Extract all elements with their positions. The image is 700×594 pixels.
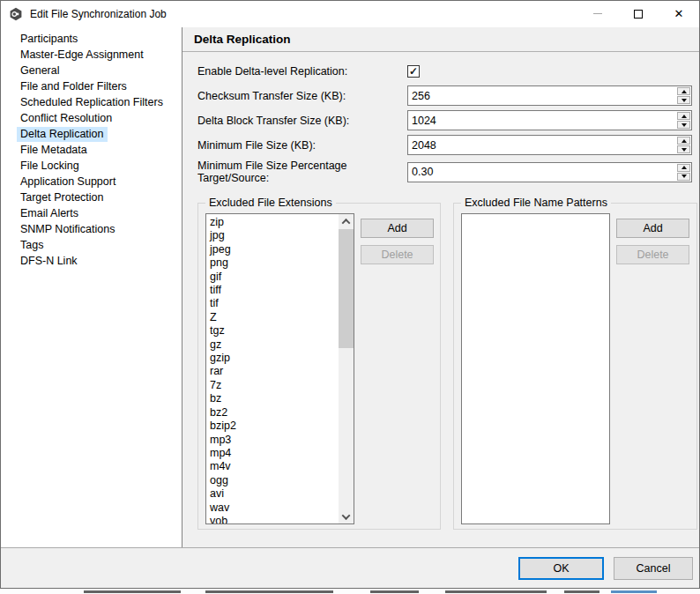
list-item[interactable]: mp4: [210, 447, 339, 460]
sidebar-item-master-edge-assignment[interactable]: Master-Edge Assignment: [1, 47, 182, 63]
maximize-icon: [634, 10, 643, 19]
sidebar-item-conflict-resolution[interactable]: Conflict Resolution: [1, 110, 182, 126]
chevron-up-icon: [342, 218, 351, 226]
minimum-pct-label: Minimum File Size Percentage Target/Sour…: [197, 160, 407, 184]
enable-delta-label: Enable Delta-level Replication:: [197, 65, 407, 78]
spin-down-button[interactable]: [677, 145, 690, 153]
minimum-pct-input[interactable]: [408, 163, 676, 182]
sidebar-item-general[interactable]: General: [1, 63, 182, 78]
scrollbar-thumb[interactable]: [339, 229, 354, 348]
list-item[interactable]: gzip: [210, 352, 339, 365]
delta-block-size-label: Delta Block Transfer Size (KB):: [197, 115, 407, 127]
sidebar-item-file-locking[interactable]: File Locking: [1, 158, 182, 174]
spin-down-icon: [681, 99, 687, 102]
sidebar-item-file-metadata[interactable]: File Metadata: [1, 142, 182, 158]
excluded-extensions-list[interactable]: zip jpg jpeg png gif tiff tif Z tgz gz: [205, 213, 354, 524]
chevron-down-icon: [342, 511, 351, 520]
sidebar-item-target-protection[interactable]: Target Protection: [1, 189, 182, 205]
dialog-button-bar: OK Cancel: [1, 547, 699, 588]
close-button[interactable]: ✕: [659, 1, 699, 26]
list-item[interactable]: avi: [210, 487, 339, 501]
excluded-file-extensions-title: Excluded File Extensions: [205, 197, 336, 209]
list-item[interactable]: png: [210, 256, 339, 270]
spin-down-button[interactable]: [677, 121, 690, 129]
list-item[interactable]: gif: [210, 271, 339, 284]
sidebar-item-email-alerts[interactable]: Email Alerts: [1, 205, 182, 221]
excluded-file-name-patterns-group: Excluded File Name Patterns Add Delete: [453, 203, 697, 530]
delta-block-spinner: [676, 111, 691, 130]
cropped-page-text: [0, 589, 700, 594]
spin-down-button[interactable]: [677, 173, 690, 181]
scrollbar-track[interactable]: [339, 348, 354, 509]
list-item[interactable]: bz2: [210, 406, 339, 420]
cancel-button[interactable]: Cancel: [614, 557, 693, 580]
minimize-button: [577, 1, 618, 26]
checksum-transfer-size-input[interactable]: [408, 86, 676, 105]
list-item[interactable]: zip: [210, 216, 339, 229]
sidebar-item-application-support[interactable]: Application Support: [1, 174, 182, 189]
edit-file-sync-job-dialog: Edit File Synchronization Job ✕ Particip…: [0, 0, 700, 589]
scroll-down-button[interactable]: [339, 509, 354, 523]
patterns-add-button[interactable]: Add: [616, 219, 689, 238]
excluded-file-name-patterns-title: Excluded File Name Patterns: [461, 197, 611, 209]
window-title: Edit File Synchronization Job: [30, 8, 167, 20]
checksum-transfer-size-label: Checksum Transfer Size (KB):: [197, 90, 407, 102]
spin-up-icon: [681, 139, 687, 143]
sidebar-item-tags[interactable]: Tags: [1, 237, 182, 253]
list-item[interactable]: gz: [210, 338, 339, 352]
close-icon: ✕: [674, 8, 684, 19]
list-item[interactable]: tif: [210, 297, 339, 310]
patterns-delete-button: Delete: [616, 245, 689, 264]
title-bar: Edit File Synchronization Job ✕: [1, 1, 699, 27]
sidebar-item-file-and-folder-filters[interactable]: File and Folder Filters: [1, 78, 182, 94]
scroll-up-button[interactable]: [339, 214, 354, 228]
spin-up-button[interactable]: [677, 112, 690, 120]
list-item[interactable]: jpeg: [210, 243, 339, 256]
list-item[interactable]: tiff: [210, 284, 339, 297]
spin-up-button[interactable]: [677, 137, 690, 145]
extensions-add-button[interactable]: Add: [361, 219, 434, 238]
spin-up-button[interactable]: [677, 87, 690, 95]
list-item[interactable]: mp3: [210, 434, 339, 447]
spin-down-button[interactable]: [677, 96, 690, 104]
list-item[interactable]: Z: [210, 311, 339, 324]
excluded-file-extensions-group: Excluded File Extensions zip jpg jpeg pn…: [197, 203, 441, 530]
sidebar-item-participants[interactable]: Participants: [1, 31, 182, 47]
spin-down-icon: [681, 123, 687, 127]
ok-button[interactable]: OK: [518, 557, 604, 580]
spin-up-icon: [681, 90, 687, 93]
delta-block-size-input[interactable]: [408, 111, 676, 130]
list-item[interactable]: m4v: [210, 460, 339, 473]
minimum-file-size-spinner: [676, 136, 691, 154]
minimum-file-size-label: Minimum File Size (KB):: [197, 139, 407, 152]
sidebar-item-delta-replication[interactable]: Delta Replication: [1, 126, 182, 142]
list-item[interactable]: vob: [210, 515, 339, 523]
spin-down-icon: [681, 174, 687, 178]
check-icon: ✓: [409, 66, 418, 77]
settings-category-list: Participants Master-Edge Assignment Gene…: [1, 27, 182, 547]
sidebar-item-dfs-n-link[interactable]: DFS-N Link: [1, 253, 182, 269]
list-item[interactable]: 7z: [210, 379, 339, 392]
sidebar-item-snmp-notifications[interactable]: SNMP Notifications: [1, 221, 182, 237]
list-item[interactable]: jpg: [210, 229, 339, 242]
extensions-delete-button: Delete: [361, 245, 434, 264]
spin-up-icon: [681, 166, 687, 169]
spin-up-button[interactable]: [677, 164, 690, 172]
list-item[interactable]: ogg: [210, 474, 339, 487]
maximize-button[interactable]: [618, 1, 659, 26]
minimum-file-size-input[interactable]: [408, 136, 676, 154]
list-item[interactable]: tgz: [210, 324, 339, 338]
page-title: Delta Replication: [182, 27, 699, 52]
spin-down-icon: [681, 148, 687, 152]
spin-up-icon: [681, 115, 687, 118]
excluded-patterns-list[interactable]: [461, 213, 610, 524]
sidebar-item-scheduled-replication-filters[interactable]: Scheduled Replication Filters: [1, 94, 182, 110]
minimize-icon: [593, 13, 602, 14]
list-item[interactable]: bz: [210, 392, 339, 405]
list-item[interactable]: wav: [210, 501, 339, 515]
extensions-scrollbar[interactable]: [339, 214, 354, 523]
enable-delta-checkbox[interactable]: ✓: [407, 65, 420, 78]
list-item[interactable]: rar: [210, 365, 339, 378]
list-item[interactable]: bzip2: [210, 420, 339, 433]
checksum-spinner: [676, 86, 691, 105]
